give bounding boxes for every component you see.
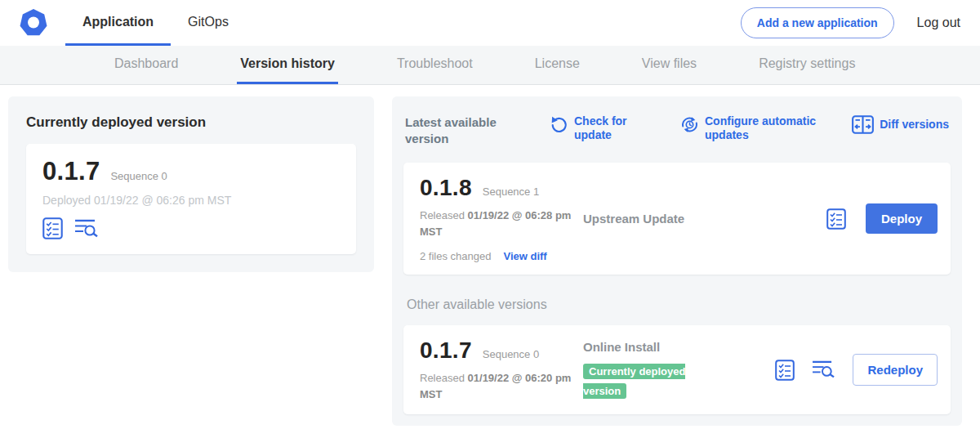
deployed-timestamp: Deployed 01/19/22 @ 06:26 pm MST bbox=[42, 194, 340, 207]
auto-update-clock-icon bbox=[680, 115, 699, 134]
redeploy-button[interactable]: Redeploy bbox=[853, 354, 938, 386]
current-version-sequence: Sequence 0 bbox=[110, 170, 167, 182]
subnav-dashboard-label: Dashboard bbox=[114, 56, 178, 71]
latest-released-timestamp: Released 01/19/22 @ 06:28 pm MST bbox=[420, 208, 583, 239]
tab-application-label: Application bbox=[82, 15, 154, 29]
files-changed-row: 2 files changed View diff bbox=[420, 250, 583, 262]
current-version-actions bbox=[42, 217, 340, 239]
currently-deployed-badge: Currently deployed version bbox=[583, 364, 685, 399]
tab-application[interactable]: Application bbox=[65, 0, 171, 46]
latest-version-row: 0.1.8 Sequence 1 bbox=[420, 175, 583, 201]
app-logo bbox=[18, 0, 49, 46]
latest-version-source: Upstream Update bbox=[583, 212, 826, 226]
configure-auto-updates-link[interactable]: Configure automatic updates bbox=[680, 114, 829, 142]
main-content: Currently deployed version 0.1.7 Sequenc… bbox=[0, 85, 980, 426]
subnav-item-dashboard[interactable]: Dashboard bbox=[111, 46, 181, 84]
current-version-card: 0.1.7 Sequence 0 Deployed 01/19/22 @ 06:… bbox=[26, 144, 356, 254]
subnav-troubleshoot-label: Troubleshoot bbox=[397, 56, 473, 71]
other-version-source: Online Install Currently deployed versio… bbox=[583, 340, 775, 400]
latest-version-info: 0.1.8 Sequence 1 Released 01/19/22 @ 06:… bbox=[420, 175, 583, 262]
subnav-item-troubleshoot[interactable]: Troubleshoot bbox=[394, 46, 476, 84]
subnav-registry-settings-label: Registry settings bbox=[759, 56, 855, 71]
files-changed-count: 2 files changed bbox=[420, 250, 491, 262]
other-version-actions: Redeploy bbox=[775, 354, 938, 386]
current-version-row: 0.1.7 Sequence 0 bbox=[42, 157, 340, 186]
current-version-number: 0.1.7 bbox=[42, 157, 100, 186]
diff-versions-label: Diff versions bbox=[880, 118, 949, 132]
app-sub-nav: Dashboard Version history Troubleshoot L… bbox=[0, 46, 980, 85]
log-out-link[interactable]: Log out bbox=[917, 16, 960, 30]
other-version-card: 0.1.7 Sequence 0 Released 01/19/22 @ 06:… bbox=[403, 325, 951, 414]
subnav-item-version-history[interactable]: Version history bbox=[237, 46, 338, 84]
preflight-checklist-icon[interactable] bbox=[826, 208, 846, 230]
add-new-application-button[interactable]: Add a new application bbox=[741, 7, 894, 38]
check-for-update-link[interactable]: Check for update bbox=[550, 114, 633, 142]
subnav-item-view-files[interactable]: View files bbox=[639, 46, 700, 84]
latest-panel-header: Latest available version Check for updat… bbox=[405, 114, 949, 146]
preflight-checklist-icon[interactable] bbox=[42, 217, 63, 239]
released-prefix: Released bbox=[420, 372, 465, 384]
view-diff-link[interactable]: View diff bbox=[503, 250, 546, 262]
latest-version-actions: Deploy bbox=[826, 203, 938, 234]
other-version-row: 0.1.7 Sequence 0 bbox=[420, 337, 583, 364]
latest-available-panel: Latest available version Check for updat… bbox=[392, 96, 962, 426]
other-version-number: 0.1.7 bbox=[420, 337, 472, 364]
status-badge-wrap: Currently deployed version bbox=[583, 361, 712, 400]
deploy-button[interactable]: Deploy bbox=[866, 203, 938, 234]
subnav-version-history-label: Version history bbox=[240, 56, 335, 71]
other-versions-heading: Other available versions bbox=[407, 297, 947, 312]
online-install-label: Online Install bbox=[583, 340, 775, 354]
subnav-item-license[interactable]: License bbox=[532, 46, 583, 84]
top-tabs: Application GitOps bbox=[65, 0, 246, 46]
upstream-update-label: Upstream Update bbox=[583, 212, 826, 226]
check-for-update-label: Check for update bbox=[574, 114, 633, 142]
configure-auto-updates-label: Configure automatic updates bbox=[705, 114, 829, 142]
tab-gitops-label: GitOps bbox=[188, 15, 229, 29]
refresh-icon bbox=[550, 115, 568, 133]
currently-deployed-title: Currently deployed version bbox=[26, 114, 356, 131]
subnav-item-registry-settings[interactable]: Registry settings bbox=[755, 46, 858, 84]
subnav-license-label: License bbox=[535, 56, 580, 71]
latest-version-card: 0.1.8 Sequence 1 Released 01/19/22 @ 06:… bbox=[403, 163, 951, 275]
latest-version-number: 0.1.8 bbox=[420, 175, 472, 201]
subnav-view-files-label: View files bbox=[642, 56, 697, 71]
diff-versions-icon bbox=[852, 115, 874, 134]
released-prefix: Released bbox=[420, 209, 465, 221]
deploy-logs-icon[interactable] bbox=[812, 360, 835, 380]
deploy-logs-icon[interactable] bbox=[74, 218, 99, 239]
top-nav-right: Add a new application Log out bbox=[741, 0, 960, 46]
other-version-info: 0.1.7 Sequence 0 Released 01/19/22 @ 06:… bbox=[420, 337, 583, 402]
diff-versions-link[interactable]: Diff versions bbox=[852, 114, 949, 134]
currently-deployed-panel: Currently deployed version 0.1.7 Sequenc… bbox=[8, 96, 374, 272]
heptagon-logo-icon bbox=[18, 7, 49, 38]
preflight-checklist-icon[interactable] bbox=[775, 360, 795, 381]
latest-version-sequence: Sequence 1 bbox=[483, 185, 539, 198]
latest-available-title: Latest available version bbox=[405, 114, 528, 146]
tab-gitops[interactable]: GitOps bbox=[171, 0, 246, 46]
other-released-timestamp: Released 01/19/22 @ 06:20 pm MST bbox=[420, 370, 583, 402]
other-version-sequence: Sequence 0 bbox=[483, 348, 539, 360]
top-nav: Application GitOps Add a new application… bbox=[0, 0, 980, 46]
